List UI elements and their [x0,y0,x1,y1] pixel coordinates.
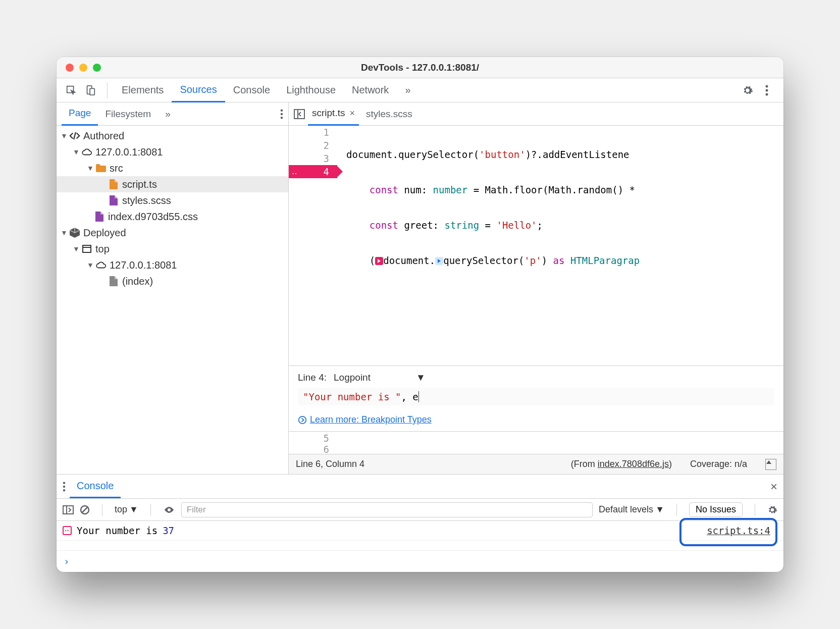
code-icon [69,130,80,141]
code-editor[interactable]: 1 2 3 4 document.querySelector('button')… [289,126,783,365]
device-toolbar-icon[interactable] [82,82,99,99]
maximize-window-button[interactable] [93,64,101,72]
tab-network[interactable]: Network [344,78,397,102]
file-tabs: script.ts × styles.scss [289,102,783,126]
box-icon [69,227,80,238]
source-map-from[interactable]: (From index.7808df6e.js) [571,459,672,469]
tab-lighthouse[interactable]: Lighthouse [278,78,344,102]
caret-icon: ▼ [73,245,80,253]
console-menu-icon[interactable] [63,482,66,492]
svg-point-17 [63,485,66,488]
levels-value: Default levels [599,504,653,515]
learn-more-link[interactable]: Learn more: Breakpoint Types [298,414,774,425]
console-settings-icon[interactable] [767,505,777,515]
cloud-icon [95,259,107,271]
tab-console[interactable]: Console [225,78,278,102]
log-row[interactable]: Your number is 37 script.ts:4 [57,521,783,541]
console-tabs: Console × [57,475,783,499]
tree-label: (index) [122,276,153,287]
more-subtabs[interactable]: » [158,102,178,126]
context-select[interactable]: top ▼ [115,504,138,515]
cursor-position: Line 6, Column 4 [296,459,364,469]
console-prompt[interactable]: › [57,551,783,572]
minimize-window-button[interactable] [79,64,87,72]
svg-line-22 [82,507,88,513]
code-line: (document.querySelector('p') as HTMLPara… [346,254,783,267]
line-number[interactable]: 6 [289,445,329,454]
file-icon [108,195,119,206]
file-tree: ▼ Authored ▼ 127.0.0.1:8081 ▼ src script… [57,126,288,474]
tree-file-indexcss[interactable]: index.d9703d55.css [57,208,288,225]
svg-point-18 [63,489,66,492]
svg-point-8 [281,117,283,119]
tree-label: styles.scss [122,195,171,206]
settings-gear-icon[interactable] [739,82,756,99]
navigator-tabs: Page Filesystem » [57,102,288,126]
traffic-lights [66,64,101,72]
log-levels-select[interactable]: Default levels ▼ [599,504,664,515]
inspect-element-icon[interactable] [63,82,80,99]
line-number[interactable]: 3 [289,152,329,165]
line-gutter[interactable]: 1 2 3 4 [289,126,337,365]
tree-authored[interactable]: ▼ Authored [57,128,288,144]
tree-file-script[interactable]: script.ts [57,176,288,192]
context-value: top [115,504,127,515]
clear-console-icon[interactable] [80,505,90,515]
logpoint-expression-input[interactable]: "Your number is ", e [298,388,774,405]
console-drawer: Console × top ▼ Filter Defa [57,474,783,572]
editor-status-bar: Line 6, Column 4 (From index.7808df6e.js… [289,454,783,474]
code-line: const greet: string = 'Hello'; [346,219,783,232]
close-tab-icon[interactable]: × [349,108,355,119]
window-title: DevTools - 127.0.0.1:8081/ [361,62,479,73]
tree-file-styles[interactable]: styles.scss [57,192,288,208]
live-expression-icon[interactable] [163,506,175,514]
console-sidebar-icon[interactable] [63,505,74,514]
file-tab-styles[interactable]: styles.scss [362,102,416,126]
code-editor-bottom[interactable]: 5 6 console.log(num); }): [289,432,783,454]
line-number[interactable]: 5 [289,432,329,445]
navigator-menu-icon[interactable] [280,109,283,119]
tree-label: src [110,163,123,174]
kebab-menu-icon[interactable] [758,82,775,99]
navigator-panel: Page Filesystem » ▼ Authored ▼ 127.0.0.1… [57,102,289,474]
close-window-button[interactable] [66,64,74,72]
tree-deployed[interactable]: ▼ Deployed [57,225,288,241]
chevron-down-icon: ▼ [416,372,426,383]
svg-rect-2 [90,88,94,95]
main-area: Page Filesystem » ▼ Authored ▼ 127.0.0.1… [57,102,783,474]
breakpoint-type-select[interactable]: Logpoint ▼ [334,372,426,383]
tree-label: top [95,243,110,255]
console-tab[interactable]: Console [70,475,121,498]
log-text: Your number is [77,525,158,536]
subtab-page[interactable]: Page [62,102,98,126]
annotation-highlight [679,518,777,546]
file-icon [108,179,119,190]
close-drawer-icon[interactable]: × [770,480,777,494]
file-tab-script[interactable]: script.ts × [308,102,359,126]
code-area[interactable]: console.log(num); }): [337,432,783,454]
tab-sources[interactable]: Sources [172,78,225,102]
divider [107,82,108,98]
tree-host[interactable]: ▼ 127.0.0.1:8081 [57,144,288,160]
more-tabs[interactable]: » [397,78,418,102]
toggle-navigator-icon[interactable] [294,109,305,119]
line-number[interactable]: 1 [289,126,329,139]
svg-point-4 [766,89,768,91]
caret-icon: ▼ [73,148,80,156]
issues-button[interactable]: No Issues [689,502,743,517]
tab-elements[interactable]: Elements [114,78,172,102]
code-area[interactable]: document.querySelector('button')?.addEve… [337,126,783,365]
line-number[interactable]: 2 [289,139,329,152]
subtab-filesystem[interactable]: Filesystem [98,102,158,126]
tree-index[interactable]: (index) [57,273,288,289]
log-value: 37 [163,525,174,536]
tree-src-folder[interactable]: ▼ src [57,160,288,176]
tree-host2[interactable]: ▼ 127.0.0.1:8081 [57,257,288,273]
collapse-icon[interactable] [765,459,776,470]
breakpoint-marker[interactable]: 4 [289,165,337,178]
filter-input[interactable]: Filter [181,502,593,517]
line-gutter[interactable]: 5 6 [289,432,337,454]
tree-top[interactable]: ▼ top [57,241,288,257]
coverage-info: Coverage: n/a [690,459,747,469]
folder-icon [95,163,107,174]
